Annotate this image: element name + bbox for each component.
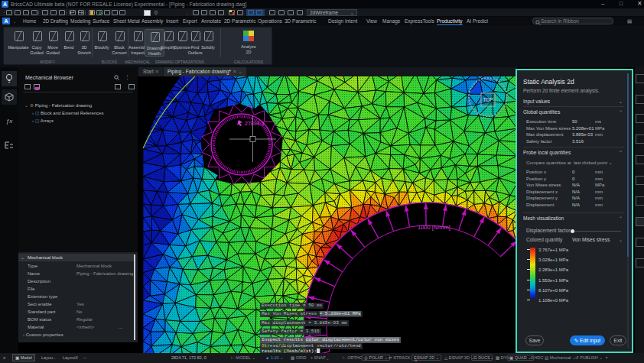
svg-text:TOP: TOP — [483, 97, 493, 102]
svg-text:27894.3: 27894.3 — [245, 121, 264, 126]
svg-text:1000 [N/mm]: 1000 [N/mm] — [418, 224, 450, 231]
